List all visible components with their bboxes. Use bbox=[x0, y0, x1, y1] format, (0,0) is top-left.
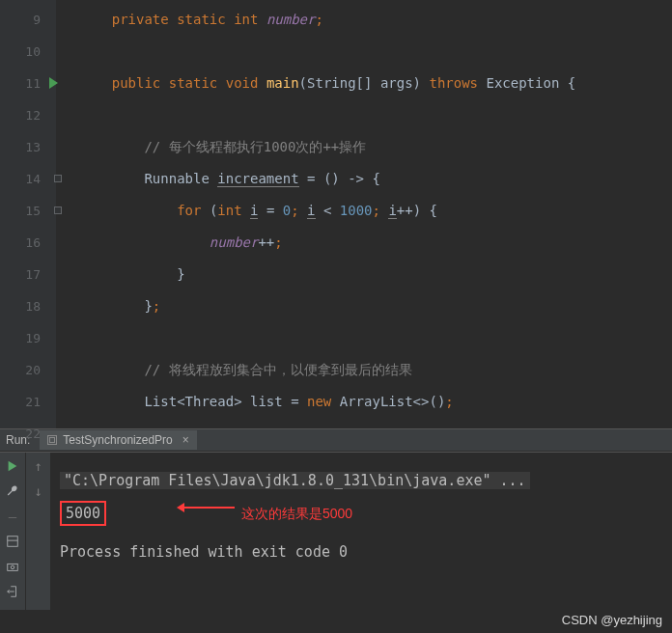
run-toolwindow: — ↑ ↓ "C:\Program Files\Java\jdk1.8.0_13… bbox=[0, 452, 672, 610]
line-number: 10 bbox=[4, 36, 41, 68]
code-line[interactable]: private static int number; bbox=[79, 4, 672, 36]
annotation-arrow bbox=[184, 507, 235, 509]
line-number: 19 bbox=[4, 322, 41, 354]
code-editor[interactable]: 910111213141516171819202122 private stat… bbox=[0, 0, 672, 428]
line-number: 21 bbox=[4, 386, 41, 418]
run-toolwindow-header: Run: TestSynchronizedPro × bbox=[0, 428, 672, 452]
code-line[interactable]: // 每个线程都执行1000次的++操作 bbox=[79, 131, 672, 163]
watermark: CSDN @yezhijing bbox=[562, 613, 662, 627]
fold-icon[interactable] bbox=[54, 175, 62, 182]
code-line[interactable] bbox=[79, 99, 672, 131]
run-tab-name: TestSynchronizedPro bbox=[63, 433, 172, 447]
line-number: 9 bbox=[4, 4, 41, 36]
close-icon[interactable]: × bbox=[182, 433, 189, 447]
code-line[interactable] bbox=[79, 322, 672, 354]
gutter: 910111213141516171819202122 bbox=[0, 0, 56, 428]
line-number: 22 bbox=[4, 418, 41, 450]
code-line[interactable]: Runnable increament = () -> { bbox=[79, 163, 672, 195]
code-line[interactable]: }; bbox=[79, 290, 672, 322]
line-number: 13 bbox=[4, 131, 41, 163]
code-line[interactable]: // 将线程放到集合中，以便拿到最后的结果 bbox=[79, 354, 672, 386]
exit-icon[interactable] bbox=[5, 584, 20, 599]
line-number: 16 bbox=[4, 227, 41, 259]
code-line[interactable]: List<Thread> list = new ArrayList<>(); bbox=[79, 386, 672, 418]
camera-icon[interactable] bbox=[5, 559, 20, 574]
annotation-text: 这次的结果是5000 bbox=[241, 497, 352, 530]
code-line[interactable]: public static void main(String[] args) t… bbox=[79, 68, 672, 99]
divider-icon: — bbox=[5, 509, 20, 524]
line-number: 15 bbox=[4, 195, 41, 227]
console-highlighted-output: 5000 bbox=[60, 501, 106, 526]
line-number: 17 bbox=[4, 259, 41, 290]
run-gutter-icon[interactable] bbox=[49, 77, 58, 89]
layout-icon[interactable] bbox=[5, 534, 20, 549]
svg-rect-1 bbox=[8, 537, 18, 547]
code-line[interactable] bbox=[79, 36, 672, 68]
wrench-icon[interactable] bbox=[5, 483, 20, 499]
line-number: 14 bbox=[4, 163, 41, 195]
down-icon[interactable]: ↓ bbox=[34, 483, 42, 499]
run-tool-column-left: — bbox=[0, 453, 25, 610]
console-output[interactable]: "C:\Program Files\Java\jdk1.8.0_131\bin\… bbox=[50, 453, 672, 610]
svg-rect-3 bbox=[8, 564, 18, 570]
svg-point-4 bbox=[11, 565, 14, 569]
run-tool-column-2: ↑ ↓ bbox=[25, 453, 50, 610]
code-line[interactable] bbox=[79, 418, 672, 428]
line-number: 20 bbox=[4, 354, 41, 386]
line-number: 11 bbox=[4, 68, 41, 99]
line-number: 12 bbox=[4, 99, 41, 131]
run-config-icon bbox=[47, 435, 57, 445]
console-exit-line: Process finished with exit code 0 bbox=[60, 536, 662, 568]
code-area[interactable]: private static int number; public static… bbox=[56, 0, 672, 428]
code-line[interactable]: for (int i = 0; i < 1000; i++) { bbox=[79, 195, 672, 227]
code-line[interactable]: number++; bbox=[79, 227, 672, 259]
rerun-icon[interactable] bbox=[5, 458, 20, 474]
up-icon[interactable]: ↑ bbox=[34, 458, 42, 474]
code-line[interactable]: } bbox=[79, 259, 672, 290]
line-number: 18 bbox=[4, 290, 41, 322]
svg-marker-0 bbox=[9, 461, 17, 472]
run-tab[interactable]: TestSynchronizedPro × bbox=[40, 430, 196, 450]
console-cmd-line: "C:\Program Files\Java\jdk1.8.0_131\bin\… bbox=[60, 472, 530, 489]
fold-icon[interactable] bbox=[54, 206, 62, 214]
